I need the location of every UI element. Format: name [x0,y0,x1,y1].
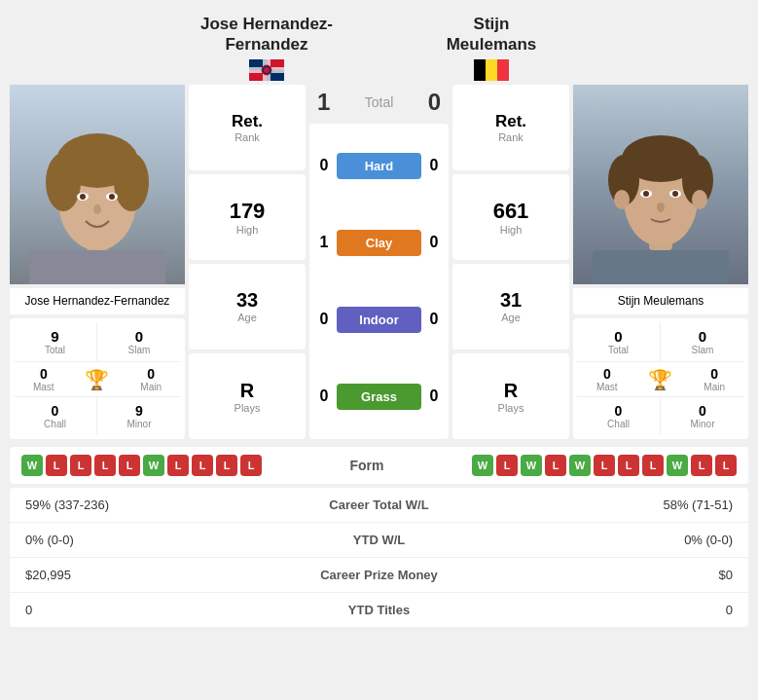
player2-minor-cell: 0 Minor [661,397,744,435]
p2-form-badge-8: L [642,455,664,476]
surface-row-clay: 1 Clay 0 [315,230,443,256]
player1-stats-box: 9 Total 0 Slam 0 Mast 🏆 [10,318,185,439]
player2-name-under-photo: Stijn Meulemans [573,288,748,315]
player1-rank-box: Ret. Rank [189,85,306,170]
svg-point-28 [614,190,630,209]
player1-detail-column: Ret. Rank 179 High 33 Age R Plays [189,85,306,440]
p2-form-badge-7: L [618,455,639,476]
svg-point-19 [93,204,101,214]
svg-rect-20 [29,250,165,284]
player2-chall-cell: 0 Chall [577,397,661,435]
svg-rect-35 [593,250,729,284]
svg-point-34 [657,203,665,212]
player2-name-text: Stijn Meulemans [414,14,569,55]
p2-form-badge-3: W [521,455,542,476]
names-header-row: Jose Hernandez- Fernandez [10,10,748,81]
player2-rank-box: Ret. Rank [452,85,569,170]
player2-trophy-icon: 🏆 [648,368,672,391]
p2-form-badge-1: W [472,455,493,476]
player2-detail-column: Ret. Rank 661 High 31 Age R Plays [452,85,569,440]
form-badge-7: L [167,455,189,476]
surfaces-box: 0 Hard 0 1 Clay 0 0 Indoor 0 0 Grass [309,124,449,440]
indoor-surface-btn: Indoor [337,307,421,333]
svg-point-7 [264,67,270,73]
center-column: 1 Total 0 0 Hard 0 1 Clay 0 0 Indo [309,85,449,440]
player2-slam-cell: 0 Slam [661,322,744,361]
player2-age-box: 31 Age [452,264,569,350]
player2-trophy-row: 0 Mast 🏆 0 Main [577,362,744,397]
svg-point-29 [692,190,707,209]
player1-photo [10,85,185,284]
form-badge-10: L [240,455,262,476]
player2-stats-box: 0 Total 0 Slam 0 Mast 🏆 [573,318,748,439]
player1-flag [189,59,344,81]
career-wl-row: 59% (337-236) Career Total W/L 58% (71-5… [10,488,748,523]
player1-name-header: Jose Hernandez- Fernandez [189,10,344,81]
p2-form-badge-2: L [496,455,518,476]
p2-form-badge-10: L [691,455,712,476]
player1-mast-cell: 0 Mast [33,366,54,392]
form-center-label: Form [350,458,384,473]
ytd-titles-row: 0 YTD Titles 0 [10,593,748,627]
player2-high-box: 661 High [452,174,569,260]
dom-flag-icon [249,59,284,81]
form-badge-2: L [46,455,67,476]
bel-flag-icon [474,59,509,81]
main-container: Jose Hernandez- Fernandez [0,0,758,637]
center-name-spacer [348,10,410,81]
surface-row-grass: 0 Grass 0 [315,384,443,410]
player1-trophy-row: 0 Mast 🏆 0 Main [14,362,181,397]
player2-stats-row1: 0 Total 0 Slam [577,322,744,362]
form-row: W L L L L W L L L L Form W L W L W L L L… [10,447,748,484]
player2-flag [414,59,569,81]
player2-total-cell: 0 Total [577,322,661,361]
player1-name-text: Jose Hernandez- Fernandez [189,14,344,55]
player1-main-cell: 0 Main [140,366,162,392]
ytd-wl-row: 0% (0-0) YTD W/L 0% (0-0) [10,523,748,558]
player1-form-badges: W L L L L W L L L L [21,455,262,476]
svg-point-33 [672,191,678,197]
main-comparison-row: Jose Hernandez-Fernandez 9 Total 0 Slam [10,85,748,440]
player1-high-box: 179 High [189,174,306,260]
form-badge-9: L [216,455,237,476]
player1-slam-cell: 0 Slam [97,322,181,361]
grass-surface-btn: Grass [337,384,421,410]
form-badge-4: L [94,455,116,476]
svg-point-18 [109,194,115,200]
player1-total-cell: 9 Total [14,322,97,361]
svg-point-13 [46,153,81,211]
p2-form-badge-11: L [715,455,737,476]
form-badge-3: L [70,455,91,476]
player1-stats-row3: 0 Chall 9 Minor [14,397,181,435]
prize-money-row: $20,995 Career Prize Money $0 [10,558,748,593]
player1-chall-cell: 0 Chall [14,397,97,435]
clay-surface-btn: Clay [337,230,421,256]
hard-surface-btn: Hard [337,153,421,179]
player2-main-cell: 0 Main [704,366,725,392]
form-badge-6: W [143,455,164,476]
player2-stats-row3: 0 Chall 0 Minor [577,397,744,435]
left-photo-spacer [10,10,185,81]
player1-minor-cell: 9 Minor [97,397,181,435]
player1-age-box: 33 Age [189,264,306,350]
player1-name-under-photo: Jose Hernandez-Fernandez [10,288,185,315]
p2-form-badge-6: L [594,455,615,476]
surface-row-indoor: 0 Indoor 0 [315,307,443,333]
surface-row-hard: 0 Hard 0 [315,153,443,179]
form-badge-5: L [119,455,140,476]
player2-mast-cell: 0 Mast [596,366,618,392]
player2-plays-box: R Plays [452,353,569,439]
player1-stats-row1: 9 Total 0 Slam [14,322,181,362]
player1-left-column: Jose Hernandez-Fernandez 9 Total 0 Slam [10,85,185,440]
svg-point-14 [114,153,149,211]
total-scores-row: 1 Total 0 [309,85,449,120]
player2-right-column: Stijn Meulemans 0 Total 0 Slam [573,85,748,440]
player1-avatar-svg [10,85,185,284]
player1-trophy-icon: 🏆 [85,368,109,391]
player1-plays-box: R Plays [189,353,306,439]
player2-name-header: Stijn Meulemans [414,10,569,81]
bottom-stats-table: 59% (337-236) Career Total W/L 58% (71-5… [10,488,748,627]
player2-photo [573,85,748,284]
p2-form-badge-5: W [569,455,591,476]
player2-avatar-svg [573,85,748,284]
